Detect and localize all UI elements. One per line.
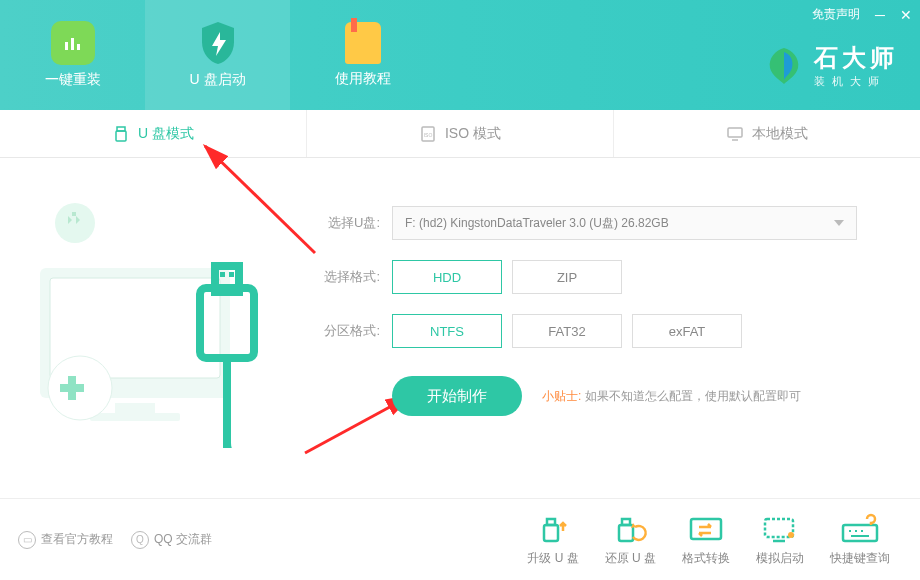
tool-label: 还原 U 盘 xyxy=(605,550,656,567)
tool-label: 升级 U 盘 xyxy=(527,550,578,567)
tool-format-convert[interactable]: 格式转换 xyxy=(682,513,730,567)
tool-hotkey-query[interactable]: 快捷键查询 xyxy=(830,513,890,567)
svg-rect-8 xyxy=(728,128,742,137)
book-icon xyxy=(345,22,381,64)
format-option-zip[interactable]: ZIP xyxy=(512,260,622,294)
qq-group-link[interactable]: Q QQ 交流群 xyxy=(131,531,212,549)
window-controls: 免责声明 ─ ✕ xyxy=(812,6,912,23)
start-create-button[interactable]: 开始制作 xyxy=(392,376,522,416)
shield-usb-icon xyxy=(196,21,240,65)
svg-rect-25 xyxy=(622,519,630,525)
tool-upgrade-usb[interactable]: 升级 U 盘 xyxy=(527,513,578,567)
tool-label: 模拟启动 xyxy=(756,550,804,567)
tool-simulate-boot[interactable]: 模拟启动 xyxy=(756,513,804,567)
partition-option-exfat[interactable]: exFAT xyxy=(632,314,742,348)
usb-up-icon xyxy=(532,513,574,545)
usb-icon xyxy=(112,125,130,143)
svg-rect-26 xyxy=(691,519,721,539)
mode-label: ISO 模式 xyxy=(445,125,501,143)
config-form: 选择U盘: F: (hd2) KingstonDataTraveler 3.0 … xyxy=(310,206,870,416)
tutorial-link[interactable]: ▭ 查看官方教程 xyxy=(18,531,113,549)
select-disk-label: 选择U盘: xyxy=(310,214,380,232)
partition-option-ntfs[interactable]: NTFS xyxy=(392,314,502,348)
svg-rect-22 xyxy=(544,525,558,541)
nav-label: U 盘启动 xyxy=(190,71,246,89)
close-button[interactable]: ✕ xyxy=(900,9,912,21)
usb-restore-icon xyxy=(609,513,651,545)
keyboard-icon xyxy=(839,513,881,545)
svg-rect-5 xyxy=(116,131,126,141)
mode-tabs: U 盘模式 ISO ISO 模式 本地模式 xyxy=(0,110,920,158)
usb-disk-select[interactable]: F: (hd2) KingstonDataTraveler 3.0 (U盘) 2… xyxy=(392,206,857,240)
select-value: F: (hd2) KingstonDataTraveler 3.0 (U盘) 2… xyxy=(405,215,669,232)
svg-rect-1 xyxy=(71,38,74,50)
partition-option-fat32[interactable]: FAT32 xyxy=(512,314,622,348)
tool-label: 格式转换 xyxy=(682,550,730,567)
nav-tab-tutorial[interactable]: 使用教程 xyxy=(290,0,435,110)
bar-chart-icon xyxy=(51,21,95,65)
link-label: 查看官方教程 xyxy=(41,531,113,548)
hint-body: 如果不知道怎么配置，使用默认配置即可 xyxy=(585,389,801,403)
iso-file-icon: ISO xyxy=(419,125,437,143)
minimize-button[interactable]: ─ xyxy=(874,9,886,21)
content-area: 选择U盘: F: (hd2) KingstonDataTraveler 3.0 … xyxy=(0,158,920,498)
mode-label: U 盘模式 xyxy=(138,125,194,143)
brand: 石大师 装机大师 xyxy=(762,42,898,89)
hint-label: 小贴士: xyxy=(542,389,581,403)
link-label: QQ 交流群 xyxy=(154,531,212,548)
svg-rect-18 xyxy=(220,272,225,277)
monitor-play-icon xyxy=(759,513,801,545)
convert-icon xyxy=(685,513,727,545)
svg-rect-13 xyxy=(115,403,155,413)
nav-label: 一键重装 xyxy=(45,71,101,89)
brand-logo-icon xyxy=(762,44,806,88)
svg-rect-24 xyxy=(619,525,633,541)
nav-tab-reinstall[interactable]: 一键重装 xyxy=(0,0,145,110)
mode-tab-iso[interactable]: ISO ISO 模式 xyxy=(307,110,614,157)
tool-restore-usb[interactable]: 还原 U 盘 xyxy=(605,513,656,567)
svg-point-29 xyxy=(788,532,794,538)
svg-point-10 xyxy=(55,203,95,243)
svg-rect-2 xyxy=(77,44,80,50)
mode-tab-usb[interactable]: U 盘模式 xyxy=(0,110,307,157)
svg-text:ISO: ISO xyxy=(424,132,433,138)
titlebar: 一键重装 U 盘启动 使用教程 免责声明 ─ ✕ 石大师 装机大师 xyxy=(0,0,920,110)
qq-icon: Q xyxy=(131,531,149,549)
footer: ▭ 查看官方教程 Q QQ 交流群 升级 U 盘 还原 U 盘 格式转换 模拟启… xyxy=(0,498,920,580)
svg-rect-19 xyxy=(229,272,234,277)
brand-title: 石大师 xyxy=(814,42,898,74)
svg-rect-14 xyxy=(90,413,180,421)
hint-text: 小贴士: 如果不知道怎么配置，使用默认配置即可 xyxy=(542,388,801,405)
mode-label: 本地模式 xyxy=(752,125,808,143)
brand-subtitle: 装机大师 xyxy=(814,74,898,89)
format-option-hdd[interactable]: HDD xyxy=(392,260,502,294)
nav-label: 使用教程 xyxy=(335,70,391,88)
mode-tab-local[interactable]: 本地模式 xyxy=(614,110,920,157)
tool-label: 快捷键查询 xyxy=(830,550,890,567)
nav-tab-usb-boot[interactable]: U 盘启动 xyxy=(145,0,290,110)
svg-rect-30 xyxy=(843,525,877,541)
select-format-label: 选择格式: xyxy=(310,268,380,286)
usb-monitor-illustration xyxy=(20,188,280,448)
book-icon: ▭ xyxy=(18,531,36,549)
disclaimer-link[interactable]: 免责声明 xyxy=(812,6,860,23)
svg-rect-23 xyxy=(547,519,555,525)
partition-label: 分区格式: xyxy=(310,322,380,340)
svg-rect-0 xyxy=(65,42,68,50)
monitor-icon xyxy=(726,125,744,143)
